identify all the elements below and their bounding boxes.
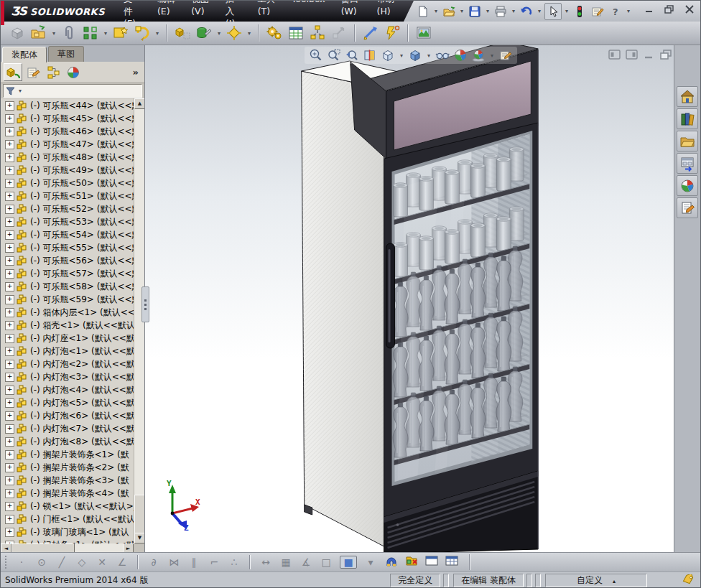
tree-filter-bar[interactable]: ▾ [3,84,142,98]
minimize-icon[interactable] [643,50,655,60]
expand-plus-icon[interactable]: + [5,295,14,304]
expand-plus-icon[interactable]: + [5,114,14,123]
bill-of-materials-icon[interactable] [287,24,305,42]
restore-icon[interactable] [660,50,672,60]
insert-component-icon[interactable] [29,24,48,42]
expand-plus-icon[interactable]: + [5,205,14,214]
reference-geometry-icon[interactable] [225,24,243,42]
displaymanager-icon[interactable] [64,63,83,81]
save-icon[interactable] [467,4,483,19]
tree-row[interactable]: + (-) 搁架片装饰条<4> (默 [1,487,134,500]
insert-component-dropdown-icon[interactable]: ▾ [51,30,57,37]
minimize-icon[interactable] [643,4,656,15]
expand-plus-icon[interactable]: + [5,256,14,266]
tree-row[interactable]: + (-) 可乐瓶<53> (默认<<默 [1,215,134,228]
circle-tool-icon[interactable]: ⊙ [35,556,48,568]
tile-left-icon[interactable] [608,50,621,60]
smart-dimension-icon[interactable]: ↔ [259,556,272,568]
tree-row[interactable]: + (-) 可乐瓶<56> (默认<<默 [1,254,134,267]
expand-plus-icon[interactable]: + [5,230,14,240]
display-style-cube-icon[interactable] [408,48,422,62]
linear-component-pattern-icon[interactable] [81,24,100,42]
file-explorer-folder-icon[interactable] [677,131,698,151]
expand-plus-icon[interactable]: + [5,528,14,537]
tree-row[interactable]: + (-) 内灯座<1> (默认<<默 [1,332,134,345]
take-snapshot-icon[interactable] [414,24,433,42]
panel-splitter-handle[interactable] [141,286,149,322]
tree-row[interactable]: + (-) 可乐瓶<45> (默认<<默 [1,112,134,125]
expand-plus-icon[interactable]: + [5,153,14,162]
magnet-tool-icon[interactable] [384,554,399,571]
new-dropdown-icon[interactable]: ▾ [433,8,439,14]
spline-tool-icon[interactable]: ∂ [147,556,160,568]
appearances-scenes-ball-icon[interactable] [677,175,698,196]
toolbar-grip[interactable] [5,556,9,569]
line-tool-icon[interactable]: ╱ [55,556,68,568]
rebuild-traffic-light-icon[interactable] [572,4,588,19]
expand-plus-icon[interactable]: + [5,192,14,201]
tree-row[interactable]: + (-) 玻璃门玻璃<1> (默认 [1,526,134,538]
expand-plus-icon[interactable]: + [5,269,14,279]
instant3d-icon[interactable] [330,24,348,42]
show-hidden-components-icon[interactable] [173,24,192,42]
sketch-points-icon[interactable]: ∴ [228,556,241,568]
shaded-display-icon[interactable]: ■ [340,556,357,569]
tree-row[interactable]: + (-) 可乐瓶<54> (默认<<默 [1,228,134,241]
previous-view-icon[interactable] [345,48,359,62]
close-icon[interactable] [683,4,696,15]
configurationmanager-icon[interactable] [44,63,62,81]
view-palette-icon[interactable] [677,153,698,174]
tree-row[interactable]: + (-) 内灯泡<7> (默认<<默 [1,422,134,435]
refgeom-dropdown-icon[interactable]: ▾ [246,30,252,37]
offset-entities-icon[interactable]: ∥ [187,556,200,568]
tree-row[interactable]: + (-) 可乐瓶<59> (默认<<默 [1,293,134,306]
features-dropdown-icon[interactable]: ▾ [216,30,222,37]
hide-show-items-glasses-icon[interactable] [435,48,450,62]
save-dropdown-icon[interactable]: ▾ [485,8,491,14]
expand-plus-icon[interactable]: + [5,386,14,395]
simulation-advisor-icon[interactable] [383,24,401,42]
tree-row[interactable]: + (-) 内灯泡<1> (默认<<默 [1,345,134,358]
view-settings-icon[interactable] [498,48,513,62]
grid-pane-icon[interactable] [445,554,459,571]
expand-plus-icon[interactable]: + [5,179,14,188]
expand-plus-icon[interactable]: + [5,140,14,149]
expand-plus-icon[interactable]: + [5,282,14,291]
help-dropdown-icon[interactable]: ▾ [626,8,631,14]
move-component-icon[interactable] [133,24,152,42]
options-note-icon[interactable] [590,4,605,19]
custom-properties-icon[interactable] [677,197,698,218]
tree-row[interactable]: + (-) 内灯泡<4> (默认<<默 [1,383,134,396]
trim-entities-icon[interactable]: ✕ [96,556,108,568]
tree-row[interactable]: + (-) 内灯泡<5> (默认<<默 [1,396,134,409]
tree-row[interactable]: + (-) 内灯泡<2> (默认<<默 [1,358,134,370]
expand-plus-icon[interactable]: + [5,515,14,524]
expand-plus-icon[interactable]: + [5,437,14,447]
tree-row[interactable]: + (-) 可乐瓶<48> (默认<<默 [1,151,134,164]
zoom-to-area-icon[interactable] [327,48,341,62]
expand-plus-icon[interactable]: + [5,360,14,369]
tag-icon[interactable] [682,574,695,587]
assembly-features-icon[interactable] [195,24,213,42]
undo-icon[interactable] [519,4,534,19]
point-tool-icon[interactable]: · [15,556,28,568]
display-style-dropdown-icon[interactable]: ▾ [426,52,432,59]
propertymanager-icon[interactable] [24,63,42,81]
move-dropdown-icon[interactable]: ▾ [154,30,160,37]
polygon-tool-icon[interactable]: ◇ [75,556,88,568]
tree-row[interactable]: + (-) 可乐瓶<49> (默认<<默 [1,164,134,177]
tree-row[interactable]: + (-) 可乐瓶<52> (默认<<默 [1,202,134,215]
tree-row[interactable]: + (-) 可乐瓶<57> (默认<<默 [1,267,134,280]
expand-plus-icon[interactable]: + [5,127,14,136]
mate-paperclip-icon[interactable] [60,24,78,42]
expand-plus-icon[interactable]: + [5,243,14,253]
expand-plus-icon[interactable]: + [5,463,14,472]
vertical-scroll-thumb[interactable] [134,495,144,533]
tree-row[interactable]: + (-) 门封条<1> (默认<<默 [1,538,134,543]
sketch-chamfer-icon[interactable]: ∠ [116,556,129,568]
expand-plus-icon[interactable]: + [5,218,14,227]
tree-row[interactable]: + (-) 可乐瓶<47> (默认<<默 [1,138,134,151]
design-library-books-icon[interactable] [677,108,698,129]
smart-fasteners-icon[interactable] [111,24,130,42]
exploded-view-icon[interactable] [308,24,327,42]
